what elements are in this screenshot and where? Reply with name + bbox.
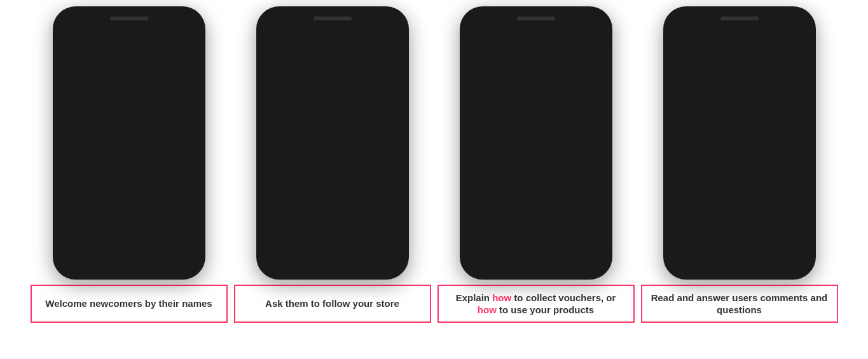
chat-msg: เอกนัตร เนียงจ่า:🧡🧡🧡🧡🧡🧡🧡🧡 (263, 222, 389, 232)
phone-1-screen: B Bubble Follow Lazada LIVE ID: 20416 ✕ … (55, 9, 203, 277)
phone-3-avatar: AT (466, 12, 480, 26)
chat-msg: วิจิต ขาวมาด:ขายอะไร (466, 222, 592, 232)
chat-msg: Papasona Tattoo:Aทู่ (466, 233, 592, 243)
phone-4-sub-studio: Zap Studio (686, 20, 720, 25)
phone-1-share-icon[interactable]: ↗ (169, 259, 183, 273)
phone-1-heart-icon[interactable]: ♥ (185, 259, 199, 273)
phone-3-follow-btn[interactable]: Follow (515, 15, 540, 24)
phone-1-views: 158 views (59, 29, 82, 35)
phone-3-live-badge: LIVE (563, 17, 577, 22)
chat-msg: Kongpop Promsopa:อยากได้ค้า (670, 233, 796, 243)
phone-2-caption-text: Ask them to follow your store (265, 297, 399, 310)
chat-msg: เอกนัตร เนียงจ่าม:ตมำนำรวักรู้รัก สดโล (263, 212, 389, 221)
phone-2-close-icon[interactable]: ✕ (397, 16, 403, 23)
phone-3-share-icon[interactable]: ↗ (575, 259, 589, 273)
svg-point-4 (306, 64, 359, 130)
phone-1-close-icon[interactable]: ✕ (194, 16, 199, 23)
chat-msg: สุภวิท ครั้งกาล:ไทย:good (466, 201, 592, 210)
phone-2-heart-icon[interactable]: ♥ (389, 259, 403, 273)
phone-4-caption-text: Read and answer users comments and quest… (650, 292, 829, 316)
phone-3-watermark: 14.31k (586, 246, 605, 253)
phone-2-stream-id: ID: 22583 (375, 17, 394, 22)
chat-msg: Wichian Auttom:หวัตดีครับ (263, 233, 389, 243)
svg-rect-6 (272, 128, 291, 204)
chat-msg: nutrateric:coating 🧡🧡🧡 (466, 192, 592, 200)
phone-2-follow-btn[interactable]: Follow (312, 15, 336, 24)
phone-2-screen: A Amp.Ampere... Follow Lazada LIVE ID: 2… (259, 9, 406, 277)
phone-4-viewers: 11 (670, 262, 682, 270)
phone-2-watermark: 7.99k (386, 246, 403, 253)
phone-section-4: T Tump Guzap Zap Studio Follow Lazada LI… (641, 6, 838, 359)
phone-3-viewers: 2 (466, 262, 479, 270)
phone-3-bottombar: 2 ↗ ♥ (462, 254, 610, 277)
phone-2-share-input[interactable] (278, 261, 369, 271)
chat-msg: Bonuzz Stable:อูยโอไร (59, 190, 185, 200)
phone-1-topbar: B Bubble Follow Lazada LIVE ID: 20416 ✕ (55, 9, 203, 29)
phone-3-views: 16 685 views (466, 29, 496, 35)
chat-msg: Bonuzz Stable:อยโรราตลักนำขาที (59, 212, 185, 221)
phone-1-follow-prompt: Follow Bubble 🌸 to see more new arrivals… (59, 243, 199, 254)
svg-point-8 (517, 60, 568, 121)
phone-1-live-badge: LIVE (156, 17, 170, 22)
svg-rect-7 (374, 128, 393, 204)
phone-4-heart-icon[interactable]: ♥ (796, 259, 809, 273)
phone-2-platform: Lazada (339, 17, 356, 22)
chat-msg: Bonuzz Stable:กดอยโม้กำไม (59, 179, 185, 189)
phone-4-screen: T Tump Guzap Zap Studio Follow Lazada LI… (666, 9, 813, 277)
svg-point-3 (142, 97, 167, 135)
svg-point-2 (91, 97, 116, 135)
phone-4-streamer-name: Tump Guzap (686, 14, 720, 20)
phone-3-platform: Lazada (542, 17, 560, 22)
phone-3-chat: nutrateric:coating 🧡🧡🧡 สุภวิท ครั้งกาล:ไ… (462, 189, 610, 245)
phone-3: AT ATIRA Follow Lazada LIVE ID: 23372 ✕ … (460, 6, 612, 280)
phone-4-live-badge: LIVE (770, 17, 784, 22)
phone-2-viewers: 5 (263, 262, 275, 270)
chat-msg: พี่แพล ไวทระขล:สิสสมอยในๆ (670, 222, 796, 232)
phone-3-heart-icon[interactable]: ♥ (592, 259, 606, 273)
phone-1-platform: Lazada (135, 17, 153, 22)
phone-4-share-input[interactable] (685, 261, 776, 271)
phone-4-platform: Lazada (750, 17, 768, 22)
phone-4-watermark: 129.5ok (787, 246, 809, 253)
phone-1-share-input[interactable] (74, 261, 166, 271)
phone-2-live-badge: LIVE (359, 17, 373, 22)
chat-msg: Bonuzz Stable:พรมแล้วราบรู้ (59, 233, 185, 243)
phone-4-topbar: T Tump Guzap Zap Studio Follow Lazada LI… (666, 9, 813, 29)
phone-1-follow-btn[interactable]: Follow (108, 15, 133, 24)
phone-1-bottombar: 14 ↗ ♥ (55, 254, 203, 277)
phone-3-close-icon[interactable]: ✕ (601, 16, 606, 23)
chat-msg: Bonuzz Stable:จะถึงสมแฟนนี้ (59, 222, 185, 232)
phone-1: B Bubble Follow Lazada LIVE ID: 20416 ✕ … (53, 6, 205, 280)
phone-4-views: 5159 views (670, 29, 695, 35)
phone-3-follow-prompt: Follow ATIRA to see more new arrivals Fo… (466, 243, 606, 254)
phone-4: T Tump Guzap Zap Studio Follow Lazada LI… (663, 6, 816, 280)
phone-2-follow-prompt: Follow Amp.Ampere 🌸 to see more new arri… (263, 243, 403, 254)
phone-1-caption: Welcome newcomers by their names (31, 285, 228, 323)
phone-1-chat: Bonuzz Stable:กดอยโม้กำไม Bonuzz Stable:… (55, 177, 203, 245)
phone-section-1: B Bubble Follow Lazada LIVE ID: 20416 ✕ … (31, 6, 228, 359)
phone-4-avatar: T (670, 12, 684, 26)
phone-3-share-input[interactable] (481, 261, 573, 271)
phone-section-3: AT ATIRA Follow Lazada LIVE ID: 23372 ✕ … (437, 6, 635, 359)
phone-2-streamer-name: Amp.Ampere... (279, 16, 310, 22)
phone-4-share-icon[interactable]: ↗ (779, 259, 793, 273)
phone-4-caption: Read and answer users comments and quest… (641, 285, 838, 323)
phone-2-avatar: A (263, 12, 277, 26)
phone-4-bottombar: 11 ↗ ♥ (666, 254, 813, 277)
phone-section-2: A Amp.Ampere... Follow Lazada LIVE ID: 2… (234, 6, 431, 359)
phone-3-caption: Explain how to collect vouchers, or how … (437, 285, 635, 323)
phone-2-views: 1050 views (263, 29, 288, 35)
chat-msg: พัชรานา ไทย:ไตร้ถ้า (670, 212, 796, 221)
phone-3-screen: AT ATIRA Follow Lazada LIVE ID: 23372 ✕ … (462, 9, 610, 277)
phone-3-topbar: AT ATIRA Follow Lazada LIVE ID: 23372 ✕ (462, 9, 610, 29)
phone-2-share-icon[interactable]: ↗ (372, 259, 386, 273)
phone-1-stream-id: ID: 20416 (172, 17, 191, 22)
phone-4-close-icon[interactable]: ✕ (804, 16, 809, 23)
phone-3-streamer-name: ATIRA (483, 16, 513, 22)
chat-msg: กูมรู้ 'กุมอนนะ:สุดตอนวัน (670, 201, 796, 210)
phone-2-caption: Ask them to follow your store (234, 285, 431, 323)
chat-msg: Bonuzz Stable:กดดูอยู่กออกตากโฟลี (59, 201, 185, 210)
phone-4-follow-btn[interactable]: Follow (722, 15, 747, 24)
phone-4-chat: กูมรู้ 'กุมอนนะ:555 กูมรู้ 'กุมอนนะ:สุดต… (666, 187, 813, 245)
phone-3-stream-id: ID: 23372 (579, 17, 598, 22)
